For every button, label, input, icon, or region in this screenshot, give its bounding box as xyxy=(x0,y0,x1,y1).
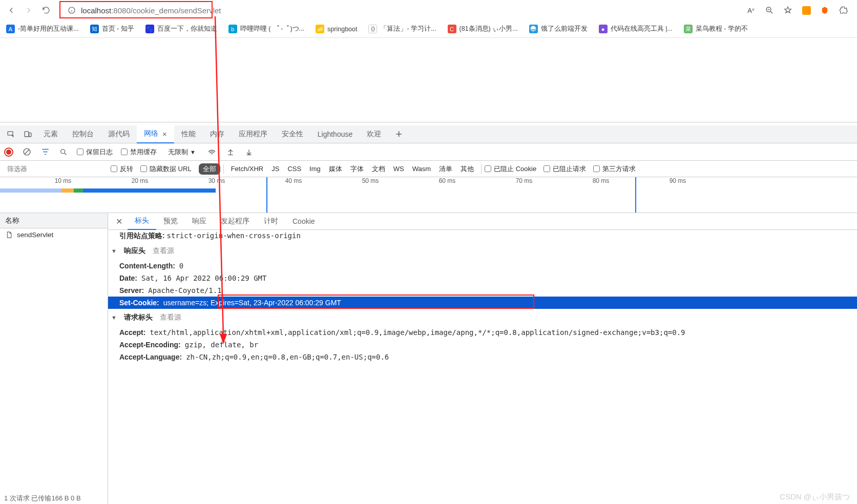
bookmark-item[interactable]: 🐾百度一下，你就知道 xyxy=(143,23,219,35)
zoom-out-icon[interactable] xyxy=(764,5,775,16)
bookmark-item[interactable]: 菜菜鸟教程 - 学的不 xyxy=(682,23,750,35)
bookmark-item[interactable]: 🍚饿了么前端开发 xyxy=(527,23,590,35)
extensions-menu-icon[interactable] xyxy=(838,5,849,16)
bookmark-label: 代码在线高亮工具 |... xyxy=(611,25,673,33)
site-info-icon[interactable] xyxy=(67,5,77,15)
bookmark-favicon: 🍚 xyxy=(529,25,538,33)
bookmark-favicon: b xyxy=(228,25,237,33)
bookmark-item[interactable]: A-简单好用的互动课... xyxy=(4,23,81,35)
extension-icon-2[interactable] xyxy=(819,5,830,16)
address-bar[interactable]: localhost:8080/cookie_demo/sendServlet xyxy=(81,4,742,17)
page-content-area xyxy=(0,38,857,122)
bookmark-label: 菜鸟教程 - 学的不 xyxy=(696,25,748,33)
bookmark-item[interactable]: ⟨⟩「算法」- 学习计... xyxy=(366,23,438,35)
bookmark-label: 首页 - 知乎 xyxy=(102,25,134,33)
url-host: localhost xyxy=(81,6,111,15)
read-aloud-icon[interactable]: Aᵛ xyxy=(745,5,757,16)
bookmark-favicon: ● xyxy=(599,25,608,33)
bookmark-favicon: 🐾 xyxy=(145,25,154,33)
svg-line-4 xyxy=(770,11,772,13)
bookmark-label: 饿了么前端开发 xyxy=(541,25,588,33)
bookmark-favicon: ⟨⟩ xyxy=(368,25,377,33)
bookmark-label: -简单好用的互动课... xyxy=(18,25,79,33)
bookmark-label: (81条消息) ぃ小男... xyxy=(459,25,518,33)
toolbar-right: Aᵛ xyxy=(745,5,853,16)
bookmark-favicon: 菜 xyxy=(684,25,693,33)
bookmark-favicon: C xyxy=(448,25,456,33)
bookmarks-bar: A-简单好用的互动课...知首页 - 知乎🐾百度一下，你就知道b哔哩哔哩 ( ﾟ… xyxy=(0,20,857,38)
bookmark-label: springboot xyxy=(327,26,357,33)
bookmark-item[interactable]: 📁springboot xyxy=(313,23,359,35)
bookmark-label: 百度一下，你就知道 xyxy=(157,25,217,33)
bookmark-favicon: 📁 xyxy=(316,25,324,33)
bookmark-favicon: A xyxy=(6,25,15,33)
bookmark-item[interactable]: 知首页 - 知乎 xyxy=(88,23,136,35)
refresh-button[interactable] xyxy=(39,3,53,17)
back-button[interactable] xyxy=(4,3,18,17)
bookmark-label: 哔哩哔哩 ( ﾟ- ﾟ)つ... xyxy=(240,25,304,33)
bookmark-item[interactable]: C(81条消息) ぃ小男... xyxy=(446,23,520,35)
bookmark-item[interactable]: b哔哩哔哩 ( ﾟ- ﾟ)つ... xyxy=(226,23,306,35)
browser-toolbar: localhost:8080/cookie_demo/sendServlet A… xyxy=(0,0,857,20)
favorites-icon[interactable] xyxy=(782,5,793,16)
bookmark-label: 「算法」- 学习计... xyxy=(380,25,436,33)
bookmark-item[interactable]: ●代码在线高亮工具 |... xyxy=(597,23,675,35)
address-bar-container: localhost:8080/cookie_demo/sendServlet xyxy=(67,4,742,17)
extension-icon-1[interactable] xyxy=(801,5,812,16)
bookmark-favicon: 知 xyxy=(90,25,99,33)
url-path: :8080/cookie_demo/sendServlet xyxy=(111,6,221,15)
forward-button[interactable] xyxy=(22,3,36,17)
